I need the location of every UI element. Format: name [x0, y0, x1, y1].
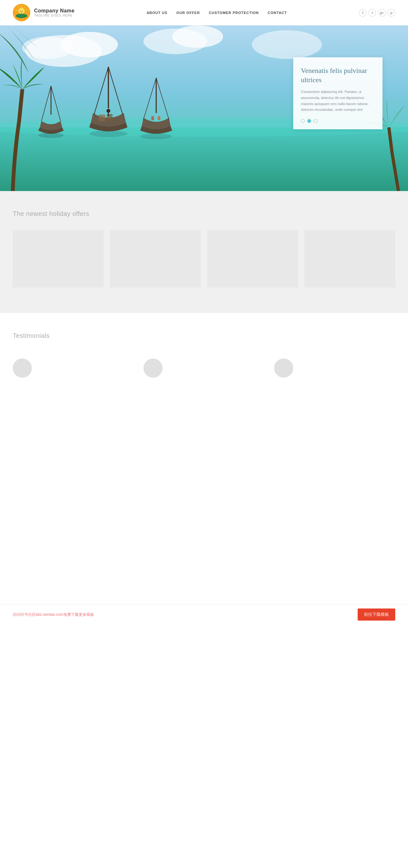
svg-rect-32 [151, 116, 154, 120]
company-name: Company Name [34, 8, 75, 14]
social-icons: f t g+ p [359, 9, 395, 17]
testimonials-grid [13, 352, 395, 388]
watermark-text: 访问叫号社区bbs.xienlao.com免费下载更多模板 [13, 612, 94, 617]
pinterest-icon[interactable]: p [388, 9, 395, 17]
offers-section: The newest holiday offers [0, 191, 408, 313]
nav-contact[interactable]: CONTACT [268, 11, 287, 14]
svg-point-26 [107, 109, 110, 113]
svg-rect-21 [99, 115, 105, 121]
hero-section: Venenatis felis pulvinar ultrices Consec… [0, 26, 408, 191]
hero-card: Venenatis felis pulvinar ultrices Consec… [293, 57, 382, 129]
testimonial-3 [274, 352, 395, 388]
testimonial-1 [13, 352, 134, 388]
hero-dot-3[interactable] [314, 119, 318, 123]
svg-point-2 [19, 8, 25, 14]
hero-dot-1[interactable] [301, 119, 305, 123]
testimonials-title: Testimonials [13, 332, 395, 339]
svg-rect-22 [107, 114, 113, 121]
testimonial-avatar-3 [274, 359, 293, 378]
hero-dot-2[interactable] [307, 119, 311, 123]
svg-point-20 [38, 133, 64, 138]
twitter-icon[interactable]: t [369, 9, 376, 17]
download-button[interactable]: 前往下载模板 [358, 609, 395, 621]
nav-offer[interactable]: OUR OFFER [176, 11, 200, 14]
svg-point-34 [140, 133, 172, 139]
offer-card-2[interactable] [110, 230, 201, 287]
svg-point-28 [89, 130, 127, 137]
hero-text: Consectetur adipisicing elit. Pariatur, … [301, 89, 375, 113]
nav-customer-protection[interactable]: CUSTOMER PROTECTION [209, 11, 259, 14]
offer-card-3[interactable] [207, 230, 298, 287]
brand-area: Company Name TAGLINE GOES HERE [13, 4, 75, 21]
svg-point-14 [252, 30, 322, 59]
hero-title: Venenatis felis pulvinar ultrices [301, 66, 375, 84]
facebook-icon[interactable]: f [359, 9, 367, 17]
offers-grid [13, 230, 395, 287]
offers-title: The newest holiday offers [13, 210, 395, 217]
offer-card-1[interactable] [13, 230, 104, 287]
main-nav: ABOUT US OUR OFFER CUSTOMER PROTECTION C… [147, 11, 287, 14]
svg-rect-33 [158, 116, 160, 120]
svg-point-13 [172, 26, 223, 48]
svg-point-11 [22, 37, 73, 59]
logo-icon [13, 4, 30, 21]
site-header: Company Name TAGLINE GOES HERE ABOUT US … [0, 0, 408, 26]
testimonial-avatar-2 [143, 359, 163, 378]
company-tagline: TAGLINE GOES HERE [34, 14, 75, 17]
company-info: Company Name TAGLINE GOES HERE [34, 8, 75, 17]
hero-dots [301, 119, 375, 123]
svg-line-7 [16, 10, 17, 10]
testimonial-2 [143, 352, 265, 388]
watermark-bar: 访问叫号社区bbs.xienlao.com免费下载更多模板 前往下载模板 [0, 604, 408, 624]
testimonials-section: Testimonials [0, 313, 408, 604]
testimonial-avatar-1 [13, 359, 32, 378]
google-plus-icon[interactable]: g+ [378, 9, 386, 17]
svg-line-5 [26, 10, 27, 10]
nav-about[interactable]: ABOUT US [147, 11, 167, 14]
offer-card-4[interactable] [304, 230, 395, 287]
